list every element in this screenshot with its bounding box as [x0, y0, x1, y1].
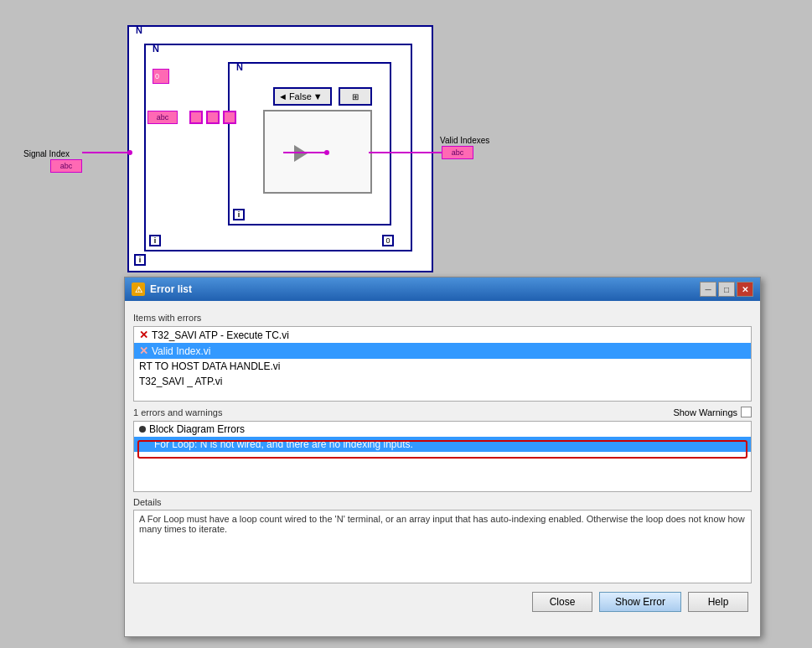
array-element[interactable]: ⊞ [339, 87, 372, 106]
tree-parent-label: Block Diagram Errors [149, 423, 245, 435]
numeric-constant: 0 [153, 69, 169, 84]
inner-code-box [263, 110, 372, 194]
details-textarea: A For Loop must have a loop count wired … [133, 510, 752, 583]
error-item-2[interactable]: ✕ Valid Index.vi [134, 343, 751, 359]
errors-count: 1 errors and warnings [133, 407, 222, 417]
error-item-label-1: T32_SAVI ATP - Execute TC.vi [152, 329, 289, 341]
error-item-label-4: T32_SAVI _ ATP.vi [139, 376, 222, 387]
dialog-icon: ⚠ [132, 283, 145, 296]
vi-mid-frame: N N ◄ False ▼ ⊞ [144, 44, 412, 251]
false-selector[interactable]: ◄ False ▼ [273, 87, 332, 106]
dialog-body: Items with errors ✕ T32_SAVI ATP - Execu… [125, 301, 760, 619]
vi-inner-frame: N ◄ False ▼ ⊞ i [228, 62, 391, 226]
show-warnings-label: Show Warnings [673, 407, 737, 417]
zero-terminal: 0 [382, 235, 394, 246]
error-x-1: ✕ [139, 329, 148, 341]
errors-warnings-bar: 1 errors and warnings Show Warnings [133, 407, 752, 417]
valid-indexes-terminal: abc [442, 146, 473, 159]
i-terminal-outer: i [134, 254, 146, 266]
error-x-2: ✕ [139, 345, 148, 357]
bullet-icon [139, 426, 146, 433]
n-label-outer: N [136, 25, 142, 35]
error-items-list[interactable]: ✕ T32_SAVI ATP - Execute TC.vi ✕ Valid I… [133, 326, 752, 402]
close-title-button[interactable]: ✕ [737, 282, 753, 297]
error-item-3[interactable]: RT TO HOST DATA HANDLE.vi [134, 359, 751, 374]
n-label-inner: N [236, 62, 243, 72]
arrow-indicator [294, 145, 308, 162]
abc-terminal-left: abc [147, 111, 178, 124]
show-error-button[interactable]: Show Error [599, 592, 681, 612]
help-button[interactable]: Help [688, 592, 748, 612]
tree-parent-item[interactable]: Block Diagram Errors [134, 422, 751, 437]
show-warnings-area: Show Warnings [673, 407, 752, 417]
error-dialog: ⚠ Error list ─ □ ✕ Items with errors ✕ T… [124, 277, 761, 637]
shift-reg-left2 [206, 111, 220, 124]
shift-reg-left [189, 111, 203, 124]
error-item-4[interactable]: T32_SAVI _ ATP.vi [134, 374, 751, 389]
dialog-titlebar: ⚠ Error list ─ □ ✕ [125, 277, 760, 301]
show-warnings-checkbox[interactable] [741, 407, 752, 417]
details-section: Details A For Loop must have a loop coun… [133, 497, 752, 583]
maximize-button[interactable]: □ [718, 282, 735, 297]
tree-child-item[interactable]: For Loop: N is not wired, and there are … [134, 437, 751, 452]
titlebar-controls: ─ □ ✕ [700, 282, 753, 297]
signal-index-label: Signal Index [23, 149, 70, 158]
signal-index-terminal: abc [50, 159, 82, 173]
error-item-1[interactable]: ✕ T32_SAVI ATP - Execute TC.vi [134, 327, 751, 343]
i-terminal: i [233, 209, 245, 220]
shift-reg-left3 [223, 111, 236, 124]
dialog-title: Error list [150, 283, 192, 295]
valid-indexes-label: Valid Indexes [440, 136, 489, 145]
tree-child-label: For Loop: N is not wired, and there are … [154, 438, 413, 450]
block-diagram: N N N ◄ False ▼ ⊞ [0, 0, 812, 277]
vi-outer-frame: N N N ◄ False ▼ ⊞ [127, 25, 433, 272]
close-button[interactable]: Close [532, 592, 592, 612]
n-label-mid: N [153, 44, 159, 54]
error-tree[interactable]: Block Diagram Errors For Loop: N is not … [133, 421, 752, 492]
i-terminal-mid: i [149, 235, 161, 246]
error-item-label-3: RT TO HOST DATA HANDLE.vi [139, 360, 281, 372]
items-section-label: Items with errors [133, 313, 752, 323]
minimize-button[interactable]: ─ [700, 282, 716, 297]
button-row: Close Show Error Help [133, 592, 752, 612]
details-label: Details [133, 497, 752, 507]
error-item-label-2: Valid Index.vi [152, 345, 210, 357]
